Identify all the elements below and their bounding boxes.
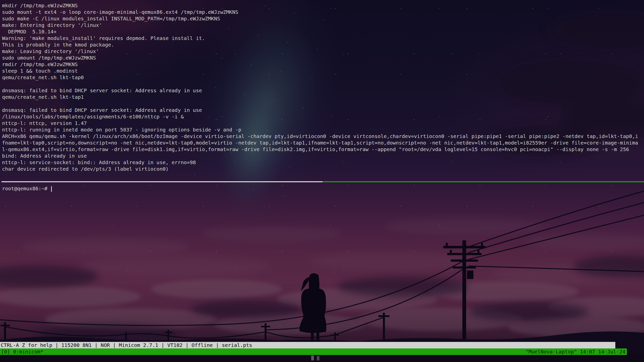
terminal-line: /linux/tools/labs/templates/assignments/… [2,113,644,120]
terminal-line: make: Leaving directory '/linux' [2,48,644,55]
shell-prompt-row[interactable]: root@qemux86:~# [2,185,52,192]
terminal-line: ARCH=x86 qemu/qemu.sh -kernel /linux/arc… [2,133,644,140]
terminal-line: This is probably in the kmod package. [2,41,644,48]
text-cursor [51,186,52,192]
terminal-line: nttcp-l: service-socket: bind:: Address … [2,159,644,166]
terminal-line [2,81,644,87]
terminal-output[interactable]: mkdir /tmp/tmp.eWJzwZMKNSsudo mount -t e… [2,2,644,172]
tmux-window-item[interactable]: [0] 0:minicom* [1,348,44,355]
terminal-line: make: Entering directory '/linux' [2,22,644,28]
tmux-status-bar: [0] 0:minicom* "MuelNova-Laptop" 14:07 1… [0,348,627,355]
pane-separator-rule [2,181,323,182]
terminal-line: mkdir /tmp/tmp.eWJzwZMKNS [2,2,644,9]
terminal-line [2,100,644,107]
terminal-line: nttcp-l: running in inetd mode on port 5… [2,126,644,133]
tmux-pane-border [323,181,644,182]
minicom-status-text: CTRL-A Z for help | 115200 8N1 | NOR | M… [1,342,252,348]
terminal-line: dnsmasq: failed to bind DHCP server sock… [2,87,644,94]
terminal-line: l-qemux86.ext4,if=virtio,format=raw -dri… [2,146,644,153]
minicom-status-bar: CTRL-A Z for help | 115200 8N1 | NOR | M… [0,342,615,348]
terminal-line: qemu/create_net.sh lkt-tap1 [2,94,644,100]
terminal-line: sudo umount /tmp/tmp.eWJzwZMKNS [2,55,644,61]
terminal-line: qemu/create_net.sh lkt-tap0 [2,74,644,81]
tmux-host-clock: "MuelNova-Laptop" 14:07 14-Jul-24 [526,348,625,355]
shell-prompt: root@qemux86:~# [2,186,51,192]
terminal-line: Warning: 'make modules_install' requires… [2,35,644,41]
terminal-line: sudo make -C /linux modules_install INST… [2,15,644,22]
terminal-line: sleep 1 && touch .modinst [2,68,644,74]
terminal-screen: mkdir /tmp/tmp.eWJzwZMKNSsudo mount -t e… [0,0,644,362]
terminal-line: rmdir /tmp/tmp.eWJzwZMKNS [2,61,644,68]
terminal-line: dnsmasq: failed to bind DHCP server sock… [2,107,644,113]
terminal-line: char device redirected to /dev/pts/3 (la… [2,166,644,172]
terminal-line: nttcp-l: nttcp, version 1.47 [2,120,644,126]
terminal-line: bind: Address already in use [2,153,644,159]
terminal-line: sudo mount -t ext4 -o loop core-image-mi… [2,9,644,15]
terminal-line: DEPMOD 5.10.14+ [2,28,644,35]
terminal-line: fname=lkt-tap0,script=no,downscript=no -… [2,140,644,146]
